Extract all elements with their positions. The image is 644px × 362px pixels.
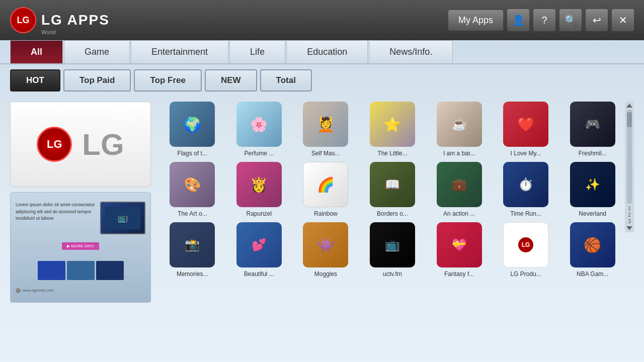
app-icon: 🎨 — [170, 162, 215, 207]
list-item[interactable]: 📸 Memories... — [161, 222, 224, 278]
subtab-toppaid[interactable]: Top Paid — [63, 69, 131, 92]
app-name: Freshmil... — [579, 150, 607, 157]
app-name: LG Produ... — [510, 270, 541, 278]
main-content: LG LG Lorem ipsum dolor sit amet consect… — [0, 97, 644, 362]
scroll-down-button[interactable] — [626, 226, 632, 230]
app-name: I am a bar... — [443, 150, 475, 157]
list-item[interactable]: ☕ I am a bar... — [428, 102, 491, 157]
list-item[interactable]: 🌈 Rainbow — [294, 162, 357, 217]
app-icon: 📺 — [370, 222, 415, 267]
tab-game[interactable]: Game — [64, 40, 130, 63]
tab-all[interactable]: All — [10, 40, 63, 63]
back-icon-button[interactable]: ↩ — [586, 9, 608, 31]
app-icon: ✨ — [570, 162, 615, 207]
list-item[interactable]: LG LG Produ... — [495, 222, 557, 278]
app-name: Rainbow — [314, 210, 338, 217]
ad-thumb-1 — [38, 261, 65, 280]
app-icon: 👾 — [303, 222, 348, 267]
lg-big-text: LG — [82, 127, 124, 162]
app-name: Time Run... — [510, 210, 541, 217]
sub-tabs: HOT Top Paid Top Free NEW Total — [0, 64, 644, 97]
app-name: An action ... — [443, 210, 475, 217]
list-item[interactable]: 👸 Rapunzel — [228, 162, 291, 217]
ad-tv: 📺 — [100, 202, 145, 234]
list-item[interactable]: 🎮 Freshmil... — [561, 102, 624, 157]
list-item[interactable]: 🏀 NBA Gam... — [561, 222, 624, 278]
app-name: NBA Gam... — [577, 270, 608, 278]
list-item[interactable]: 💼 An action ... — [428, 162, 491, 217]
lg-logo-text: LG — [17, 15, 30, 26]
lg-logo: LG — [10, 7, 36, 33]
page-2: 2 — [628, 212, 631, 218]
list-item[interactable]: 👾 Moggles — [294, 222, 357, 278]
app-icon: ❤️ — [503, 102, 548, 147]
list-item[interactable]: ❤️ I Love My... — [495, 102, 557, 157]
subtab-hot[interactable]: HOT — [10, 69, 60, 92]
app-icon: 💕 — [236, 222, 282, 267]
my-apps-button[interactable]: My Apps — [448, 10, 503, 31]
list-item[interactable]: 💝 Fantasy f... — [428, 222, 491, 278]
app-icon: ☕ — [437, 102, 482, 147]
ad-footer-text: www.lgworld.com — [23, 288, 54, 293]
app-name: Neverland — [579, 210, 606, 217]
logo-area: LG LG APPS World — [10, 7, 110, 33]
help-icon-button[interactable]: ? — [533, 9, 555, 31]
app-name: Moggles — [314, 270, 337, 278]
profile-icon-button[interactable]: 👤 — [507, 9, 529, 31]
list-item[interactable]: 💕 Beautiful ... — [228, 222, 291, 278]
app-icon: 🌈 — [303, 162, 348, 207]
ad-panel: Lorem ipsum dolor sit amet consectetur a… — [10, 192, 151, 303]
list-item[interactable]: ⏱️ Time Run... — [495, 162, 557, 217]
scroll-track — [627, 110, 632, 204]
list-item[interactable]: 🌸 Perfume ... — [228, 102, 291, 157]
lg-big-logo: LG — [37, 127, 72, 162]
app-name: I Love My... — [511, 150, 541, 157]
ad-footer-icon — [16, 288, 21, 293]
subtab-total[interactable]: Total — [260, 69, 312, 92]
apps-grid: 🌍 Flags of t... 🌸 Perfume ... 💆 Self Mas… — [161, 102, 634, 278]
app-icon: 💼 — [437, 162, 482, 207]
app-icon: 🌍 — [170, 102, 215, 147]
tab-newsinfo[interactable]: News/Info. — [369, 40, 453, 63]
list-item[interactable]: ⭐ The Little... — [361, 102, 424, 157]
subtab-new[interactable]: NEW — [205, 69, 257, 92]
subtab-topfree[interactable]: Top Free — [134, 69, 202, 92]
list-item[interactable]: 🎨 The Art o... — [161, 162, 224, 217]
list-item[interactable]: 💆 Self Mas... — [294, 102, 357, 157]
tab-education[interactable]: Education — [286, 40, 368, 63]
app-icon: 💆 — [303, 102, 348, 147]
app-name: Flags of t... — [178, 150, 207, 157]
list-item[interactable]: 📺 uctv.fm — [361, 222, 424, 278]
app-icon: 📖 — [370, 162, 415, 207]
ad-inner: Lorem ipsum dolor sit amet consectetur a… — [11, 193, 150, 302]
search-icon: 🔍 — [565, 14, 577, 26]
header-right: My Apps 👤 ? 🔍 ↩ ✕ — [448, 9, 634, 31]
app-icon: 👸 — [236, 162, 282, 207]
close-icon-button[interactable]: ✕ — [612, 9, 634, 31]
app-icon: 🌸 — [236, 102, 282, 147]
ad-thumbnails — [38, 261, 124, 280]
tab-life[interactable]: Life — [229, 40, 285, 63]
category-tabs: All Game Entertainment Life Education Ne… — [0, 40, 644, 64]
back-icon: ↩ — [593, 14, 601, 26]
scroll-pages: 1 2 3 — [628, 206, 631, 224]
list-item[interactable]: 🌍 Flags of t... — [161, 102, 224, 157]
search-icon-button[interactable]: 🔍 — [559, 9, 582, 31]
left-panel: LG LG Lorem ipsum dolor sit amet consect… — [10, 102, 151, 358]
app-name: Memories... — [177, 270, 208, 278]
lg-big-logo-text: LG — [47, 138, 62, 151]
ad-pink-button[interactable]: ▶ MORE INFO — [62, 242, 99, 250]
app-name: Self Mas... — [311, 150, 340, 157]
app-name: uctv.fm — [383, 270, 402, 278]
list-item[interactable]: 📖 Borders o... — [361, 162, 424, 217]
tab-entertainment[interactable]: Entertainment — [131, 40, 228, 63]
scroll-up-button[interactable] — [626, 104, 632, 108]
list-item[interactable]: ✨ Neverland — [561, 162, 624, 217]
app-icon: ⏱️ — [503, 162, 548, 207]
close-icon: ✕ — [619, 14, 627, 26]
scroll-thumb[interactable] — [627, 112, 632, 127]
app-name: Fantasy f... — [444, 270, 474, 278]
app-name: The Art o... — [178, 210, 207, 217]
app-icon: 💝 — [437, 222, 482, 267]
app-icon: 📸 — [170, 222, 215, 267]
